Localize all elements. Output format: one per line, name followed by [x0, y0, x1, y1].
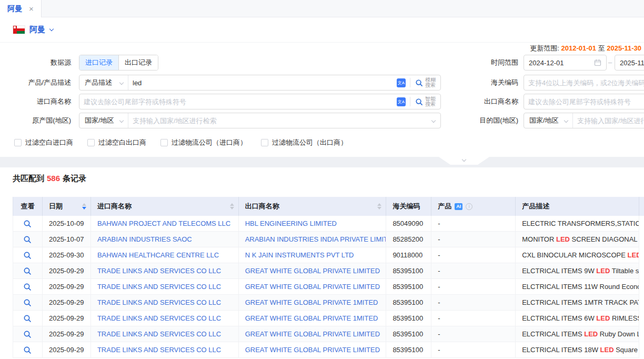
col-header-product: 产品 AI i: [431, 197, 516, 216]
exporter-link[interactable]: GREAT WHITE GLOBAL PRIVATE LIMITED: [245, 330, 380, 338]
description-cell: ELCTRICAL ITEMS 6W LED RIMLESS ...: [516, 311, 639, 326]
product-search-group: 产品描述 文A 模糊搜索: [79, 75, 441, 91]
scrollbar-gutter[interactable]: [639, 197, 644, 216]
col-header-importer[interactable]: 进口商名称: [91, 197, 239, 216]
exporter-link[interactable]: GREAT WHITE GLOBAL PRIVATE LIMITED: [245, 267, 380, 275]
tab-oman[interactable]: 阿曼 ×: [0, 0, 42, 17]
view-record-button[interactable]: [23, 346, 32, 354]
importer-link[interactable]: ARABIAN INDUSTRIES SAOC: [97, 235, 192, 243]
hs-code-cell: 85395100: [386, 342, 431, 357]
table-row: 2025-10-09 BAHWAN PROJECT AND TELECOMS L…: [13, 216, 639, 232]
chevron-down-icon: [431, 118, 436, 123]
importer-link[interactable]: TRADE LINKS AND SERVICES CO LLC: [97, 314, 221, 322]
importer-link[interactable]: TRADE LINKS AND SERVICES CO LLC: [97, 267, 221, 275]
view-cell: [13, 216, 43, 231]
view-record-button[interactable]: [23, 283, 32, 291]
calendar-icon[interactable]: [594, 59, 601, 66]
importer-link[interactable]: TRADE LINKS AND SERVICES CO LLC: [97, 298, 221, 306]
col-header-date[interactable]: 日期: [43, 197, 91, 216]
export-records-tab[interactable]: 出口记录: [118, 55, 158, 70]
col-header-exporter[interactable]: 出口商名称: [239, 197, 387, 216]
description-cell: ELCTRICAL ITEMS 11W Round Econo...: [516, 279, 639, 294]
importer-link[interactable]: BAHWAN HEALTHCARE CENTRE LLC: [97, 251, 219, 259]
start-date-input[interactable]: [529, 59, 594, 67]
sort-icon[interactable]: [377, 203, 381, 210]
close-icon[interactable]: ×: [29, 5, 34, 13]
importer-link[interactable]: TRADE LINKS AND SERVICES CO LLC: [97, 330, 221, 338]
chevron-down-icon: [119, 118, 124, 123]
view-cell: [13, 295, 43, 310]
view-record-button[interactable]: [23, 251, 32, 260]
exporter-link[interactable]: GREAT WHITE GLOBAL PRIVATE LIMITED: [245, 283, 380, 291]
view-record-button[interactable]: [23, 330, 32, 338]
date-cell: 2025-10-09: [43, 216, 91, 231]
smart-search-button[interactable]: 智能搜索: [410, 96, 440, 107]
magnifier-icon: [23, 346, 32, 354]
view-record-button[interactable]: [23, 220, 32, 228]
checkbox-icon[interactable]: [87, 139, 95, 146]
magnifier-icon: [23, 283, 32, 291]
view-record-button[interactable]: [23, 235, 32, 244]
importer-link[interactable]: TRADE LINKS AND SERVICES CO LLC: [97, 283, 221, 291]
chevron-down-icon: [119, 81, 124, 85]
magnifier-icon: [23, 314, 32, 323]
view-cell: [13, 342, 43, 357]
records-table: 查看 日期 进口商名称 出口商名称 海关编码 产品 AI i 产品描述: [13, 197, 644, 358]
translate-icon[interactable]: 文A: [397, 78, 406, 87]
hs-code-group: [524, 75, 644, 91]
checkbox-icon[interactable]: [14, 139, 22, 146]
view-record-button[interactable]: [23, 267, 32, 275]
hs-code-label: 海关编码: [451, 75, 518, 91]
import-records-tab[interactable]: 进口记录: [79, 55, 118, 70]
exporter-link[interactable]: ARABIAN INDUSTRIES INDIA PRIVATE LIMIT..…: [245, 235, 387, 243]
importer-name-input[interactable]: [79, 94, 397, 109]
checkbox-filter-logistics-exporter[interactable]: 过滤物流公司（出口商）: [261, 138, 347, 147]
match-count: 586: [47, 174, 60, 183]
exporter-link[interactable]: GREAT WHITE GLOBAL PRIVATE LIMITED: [245, 346, 380, 354]
destination-type-select[interactable]: 国家/地区: [524, 113, 573, 128]
table-row: 2025-09-29 TRADE LINKS AND SERVICES CO L…: [13, 311, 639, 326]
exporter-link[interactable]: GREAT WHITE GLOBAL PRIVATE 1MITED: [245, 314, 378, 322]
checkbox-filter-blank-exporter[interactable]: 过滤空白出口商: [87, 138, 146, 147]
hs-code-input[interactable]: [524, 75, 644, 90]
magnifier-icon: [23, 298, 32, 307]
col-header-view: 查看: [13, 197, 43, 216]
exporter-link[interactable]: HBL ENGINEERING LIMITED: [245, 220, 337, 227]
exporter-cell: GREAT WHITE GLOBAL PRIVATE LIMITED: [239, 263, 387, 278]
collapse-filters-button[interactable]: [439, 157, 489, 165]
date-cell: 2025-09-29: [43, 311, 91, 326]
translate-icon[interactable]: 文A: [397, 97, 406, 106]
checkbox-icon[interactable]: [160, 139, 168, 146]
origin-country-input[interactable]: [128, 113, 432, 128]
importer-link[interactable]: BAHWAN PROJECT AND TELECOMS LLC: [97, 220, 230, 227]
exporter-link[interactable]: N K JAIN INSTRUMENTS PVT LTD: [245, 251, 354, 259]
chevron-down-icon: [462, 157, 466, 162]
description-cell: MONITOR LED SCREEN DIAGONAL S...: [516, 232, 639, 247]
hs-code-cell: 85395100: [386, 326, 431, 342]
chevron-down-icon[interactable]: [49, 26, 54, 31]
product-cell: -: [431, 279, 516, 294]
product-cell: -: [431, 311, 516, 326]
table-row: 2025-09-29 TRADE LINKS AND SERVICES CO L…: [13, 295, 639, 311]
product-type-select[interactable]: 产品描述: [79, 75, 128, 90]
search-icon: [415, 79, 423, 87]
origin-type-select[interactable]: 国家/地区: [79, 113, 128, 128]
product-keyword-input[interactable]: [128, 75, 397, 90]
fuzzy-search-button[interactable]: 模糊搜索: [410, 77, 440, 88]
exporter-link[interactable]: GREAT WHITE GLOBAL PRIVATE 1MITED: [245, 298, 378, 306]
summary-prefix: 共匹配到: [13, 174, 44, 183]
end-date-input[interactable]: [620, 59, 644, 67]
destination-country-input[interactable]: [573, 113, 644, 128]
view-record-button[interactable]: [23, 314, 32, 323]
date-cell: 2025-09-29: [43, 326, 91, 342]
exporter-name-input[interactable]: [524, 94, 644, 109]
checkbox-filter-logistics-importer[interactable]: 过滤物流公司（进口商）: [160, 138, 247, 147]
sort-icon[interactable]: [230, 203, 234, 210]
exporter-cell: GREAT WHITE GLOBAL PRIVATE 1MITED: [239, 311, 387, 326]
checkbox-filter-blank-importer[interactable]: 过滤空白进口商: [14, 138, 73, 147]
importer-link[interactable]: TRADE LINKS AND SERVICES CO LLC: [97, 346, 221, 354]
view-record-button[interactable]: [23, 298, 32, 307]
checkbox-icon[interactable]: [261, 139, 268, 146]
info-icon[interactable]: i: [466, 203, 472, 210]
sort-icon[interactable]: [82, 203, 86, 210]
